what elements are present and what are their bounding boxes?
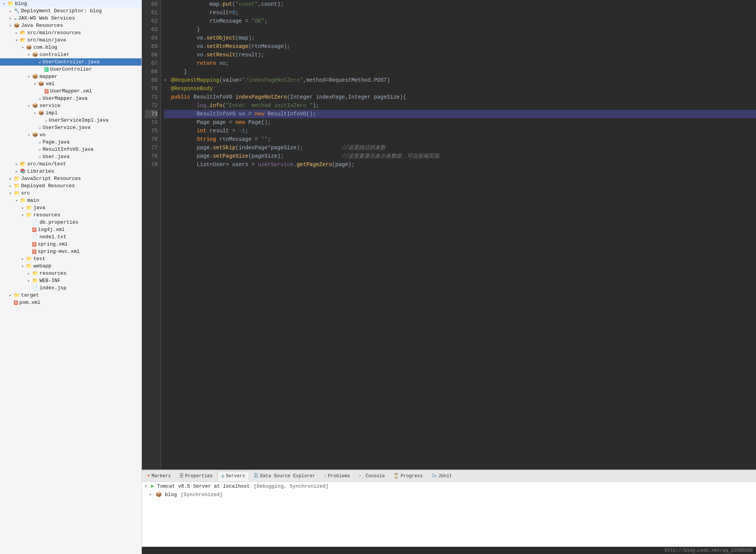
bottom-tabs: ⚑ Markers ☰ Properties ⚙ Servers 🗄 Data … bbox=[142, 470, 756, 482]
arrow-impl bbox=[34, 111, 38, 115]
arrow-test-folder bbox=[21, 257, 26, 261]
tree-item-resultinfovo[interactable]: ☕ ResultInfoVO.java bbox=[0, 146, 141, 153]
line-num-68: 68 bbox=[145, 68, 158, 76]
tree-label-resources-webapp: resources bbox=[39, 270, 66, 276]
tab-servers-label: Servers bbox=[226, 473, 245, 479]
tree-item-web-inf[interactable]: 📁 WEB-INF bbox=[0, 277, 141, 284]
bottom-panel: ⚑ Markers ☰ Properties ⚙ Servers 🗄 Data … bbox=[142, 470, 756, 554]
line-num-71: 71 bbox=[145, 93, 158, 101]
java-icon-page: ☕ bbox=[38, 139, 41, 145]
tree-label-src-main-java: src/main/java bbox=[27, 37, 66, 43]
tree-item-index-jsp[interactable]: 📄 index.jsp bbox=[0, 284, 141, 292]
tree-item-target[interactable]: 📁 target bbox=[0, 292, 141, 299]
tree-item-db-properties[interactable]: 📄 db.properties bbox=[0, 219, 141, 226]
tree-item-libraries[interactable]: 📚 Libraries bbox=[0, 168, 141, 175]
tree-item-vo[interactable]: 📦 vo bbox=[0, 131, 141, 138]
tree-item-deployed-resources[interactable]: 📁 Deployed Resources bbox=[0, 182, 141, 190]
server-row-blog[interactable]: 📦 blog [Synchronized] bbox=[142, 490, 756, 499]
tree-item-usercontroller-java[interactable]: ☕ UserController.java bbox=[0, 58, 141, 66]
tree-item-src-main-test[interactable]: 📂 src/main/test bbox=[0, 160, 141, 168]
tree-item-deployment[interactable]: 🔧 Deployment Descriptor: blog bbox=[0, 7, 141, 15]
tree-item-src-root[interactable]: 📁 src bbox=[0, 190, 141, 197]
tree-item-pom-xml[interactable]: X pom.xml bbox=[0, 299, 141, 306]
tree-item-user-java[interactable]: ☕ User.java bbox=[0, 153, 141, 160]
tree-item-usercontroller-class[interactable]: C UserController bbox=[0, 66, 141, 73]
line-num-64: 64 bbox=[145, 34, 158, 42]
code-line-79: List<User> users = userService.getPageZe… bbox=[164, 160, 756, 169]
tree-item-page-java[interactable]: ☕ Page.java bbox=[0, 138, 141, 146]
tree-item-webapp[interactable]: 📁 webapp bbox=[0, 262, 141, 270]
tree-item-src-main-resources[interactable]: 📂 src/main/resources bbox=[0, 29, 141, 36]
line-num-77: 77 bbox=[145, 143, 158, 152]
tree-item-xml-package[interactable]: 📦 xml bbox=[0, 80, 141, 87]
tab-data-source[interactable]: 🗄 Data Source Explorer bbox=[250, 472, 319, 480]
tree-label-mapper: mapper bbox=[39, 74, 58, 79]
tree-label-web-inf: WEB-INF bbox=[39, 278, 61, 284]
tree-label-deployed-resources: Deployed Resources bbox=[21, 183, 75, 189]
folder-icon-blog: 📁 bbox=[8, 1, 13, 7]
tree-label-log4j-xml: log4j.xml bbox=[38, 227, 65, 232]
tomcat-server-icon: ▶ bbox=[151, 483, 154, 489]
tree-item-mapper[interactable]: 📦 mapper bbox=[0, 73, 141, 80]
tree-item-usermapper-java[interactable]: ☕ UserMapper.java bbox=[0, 95, 141, 102]
arrow-webapp bbox=[21, 264, 26, 269]
tree-label-target: target bbox=[21, 292, 39, 298]
package-icon-xml: 📦 bbox=[38, 81, 44, 87]
tree-label-userservice: UserService.java bbox=[43, 125, 90, 130]
folder-icon-java: 📁 bbox=[26, 205, 32, 211]
folder-icon-resources: 📁 bbox=[26, 212, 32, 218]
tab-markers[interactable]: ⚑ Markers bbox=[143, 472, 175, 480]
fold-67 bbox=[164, 59, 169, 68]
folder-icon-src-main-test: 📂 bbox=[20, 161, 26, 167]
package-icon-impl: 📦 bbox=[38, 110, 44, 116]
console-icon: >_ bbox=[358, 473, 364, 479]
tab-console-label: Console bbox=[366, 473, 385, 479]
tree-label-com-blog: com.blog bbox=[33, 45, 57, 50]
code-line-75: int result = -1; bbox=[164, 127, 756, 135]
tab-junit-label: JUnit bbox=[438, 473, 452, 479]
tab-properties[interactable]: ☰ Properties bbox=[176, 472, 217, 480]
tree-item-impl[interactable]: 📦 impl bbox=[0, 109, 141, 117]
tab-servers[interactable]: ⚙ Servers bbox=[217, 472, 250, 481]
tab-progress[interactable]: ⏳ Progress bbox=[390, 472, 427, 480]
server-row-tomcat[interactable]: ▶ Tomcat v8.5 Server at localhost [Debug… bbox=[142, 482, 756, 490]
fold-75 bbox=[164, 127, 169, 135]
xml-icon-pom: X bbox=[14, 300, 18, 305]
tree-item-node1-txt[interactable]: 📄 node1.txt bbox=[0, 233, 141, 241]
tree-item-com-blog[interactable]: 📦 com.blog bbox=[0, 44, 141, 51]
tree-item-usermapper-xml[interactable]: X UserMapper.xml bbox=[0, 87, 141, 95]
fold-65 bbox=[164, 42, 169, 51]
tree-item-java-resources[interactable]: 📦 Java Resources bbox=[0, 22, 141, 29]
tree-item-jaxws[interactable]: ☁ JAX-WS Web Services bbox=[0, 15, 141, 22]
tree-item-test-folder[interactable]: 📁 test bbox=[0, 255, 141, 262]
tree-item-src-main-java[interactable]: 📂 src/main/java bbox=[0, 36, 141, 44]
file-tree: 📁 blog 🔧 Deployment Descriptor: blog ☁ J… bbox=[0, 0, 142, 554]
fold-71 bbox=[164, 93, 169, 101]
code-line-78: page.setPageSize(pageSize); //设置要显示多少条数据… bbox=[164, 152, 756, 160]
code-content[interactable]: map.put("count",count); result=0; rtnMes… bbox=[161, 0, 756, 470]
line-num-76: 76 bbox=[145, 135, 158, 143]
tree-item-main[interactable]: 📁 main bbox=[0, 197, 141, 204]
line-num-75: 75 bbox=[145, 127, 158, 135]
folder-icon-target: 📁 bbox=[14, 292, 20, 298]
tree-item-userservice[interactable]: ☕ UserService.java bbox=[0, 124, 141, 131]
tree-item-resources-webapp[interactable]: 📁 resources bbox=[0, 270, 141, 277]
tree-item-javascript-resources[interactable]: 📁 JavaScript Resources bbox=[0, 175, 141, 182]
fold-61 bbox=[164, 8, 169, 17]
tree-item-service[interactable]: 📦 service bbox=[0, 102, 141, 109]
package-icon-vo: 📦 bbox=[32, 132, 38, 138]
tree-item-spring-xml[interactable]: X spring.xml bbox=[0, 241, 141, 248]
tree-item-log4j-xml[interactable]: X log4j.xml bbox=[0, 226, 141, 233]
server-arrow-blog bbox=[150, 492, 154, 497]
tree-item-controller[interactable]: 📦 controller bbox=[0, 51, 141, 58]
tab-problems[interactable]: ⚠ Problems bbox=[320, 472, 354, 480]
tree-item-resources-folder[interactable]: 📁 resources bbox=[0, 211, 141, 219]
java-icon-usercontroller: ☕ bbox=[38, 59, 41, 65]
tab-junit[interactable]: Ju JUnit bbox=[427, 472, 456, 480]
tree-item-spring-mvc-xml[interactable]: X spring-mvc.xml bbox=[0, 248, 141, 255]
tree-item-java-folder[interactable]: 📁 java bbox=[0, 204, 141, 211]
tree-item-userserviceimpl[interactable]: ☕ UserServiceImpl.java bbox=[0, 117, 141, 124]
tree-item-blog[interactable]: 📁 blog bbox=[0, 0, 141, 7]
tab-console[interactable]: >_ Console bbox=[355, 472, 389, 480]
arrow-service bbox=[28, 104, 32, 108]
